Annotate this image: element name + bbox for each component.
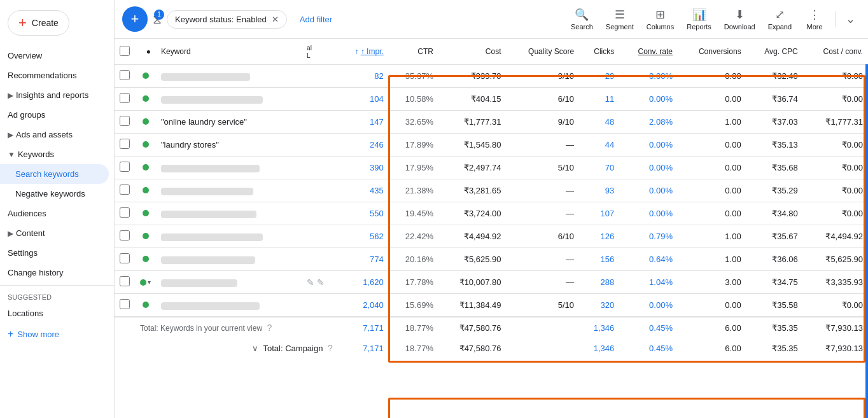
sidebar-item-audiences[interactable]: Audiences [0,204,109,223]
row-checkbox[interactable] [120,276,130,286]
row-clicks: 93 [579,179,619,202]
help-icon[interactable]: ? [328,343,333,353]
sidebar-item-locations[interactable]: Locations [0,303,109,323]
header-quality-score[interactable]: Quality Score [506,39,579,65]
sidebar-item-content[interactable]: ▶ Content [0,223,109,243]
header-conv-rate[interactable]: Conv. rate [619,39,678,65]
columns-icon: ⊞ [655,8,665,22]
header-checkbox[interactable] [115,39,135,65]
add-filter-button[interactable]: Add filter [292,11,340,28]
dropdown-icon[interactable]: ▾ [148,279,151,286]
close-icon[interactable]: ✕ [272,15,279,24]
row-checkbox[interactable] [120,253,130,263]
row-checkbox[interactable] [120,230,130,240]
header-cost-conv[interactable]: Cost / conv. [803,39,868,65]
row-conversions: 1.00 [678,111,746,134]
sidebar-item-adgroups[interactable]: Ad groups [0,105,109,125]
row-checkbox-cell[interactable] [115,88,135,111]
download-action[interactable]: ⬇ Download [719,5,760,33]
plus-icon: + [8,328,13,340]
header-status: ● [135,39,156,65]
redacted-keyword [161,96,263,104]
sidebar-item-recommendations[interactable]: Recommendations [0,66,109,85]
row-checkbox-cell[interactable] [115,271,135,294]
sidebar-item-overview[interactable]: Overview [0,46,109,66]
row-checkbox-cell[interactable] [115,134,135,157]
row-conv-rate: 0.00% [619,88,678,111]
edit-icon[interactable]: ✎ [307,277,314,288]
row-cost-conv: ₹0.00 [803,157,868,179]
total-clicks: 1,346 [579,317,619,338]
create-button[interactable]: + Create [8,10,69,36]
row-conversions: 0.00 [678,88,746,111]
columns-action[interactable]: ⊞ Columns [641,5,679,33]
highlight-footer [388,398,865,418]
search-action[interactable]: 🔍 Search [566,5,598,33]
reports-action[interactable]: 📊 Reports [682,5,717,33]
sidebar-item-keywords[interactable]: ▼ Keywords [0,144,109,164]
row-clicks: 126 [579,225,619,248]
row-cost: ₹10,007.80 [438,271,507,294]
row-cost-conv: ₹3,335.93 [803,271,868,294]
show-more-button[interactable]: + Show more [0,323,114,345]
row-checkbox[interactable] [120,70,130,80]
header-conversions[interactable]: Conversions [678,39,746,65]
sidebar-item-ads[interactable]: ▶ Ads and assets [0,125,109,144]
sidebar-item-search-keywords[interactable]: Search keywords [0,164,109,184]
sidebar-item-label: Change history [8,268,101,277]
row-cost-conv: ₹5,625.90 [803,248,868,271]
sidebar-item-insights[interactable]: ▶ Insights and reports [0,85,109,105]
row-keyword-cell [156,271,302,294]
row-quality-score: 6/10 [506,225,579,248]
header-ctr[interactable]: CTR [389,39,438,65]
help-icon[interactable]: ? [267,323,272,333]
toolbar-right: 🔍 Search ☰ Segment ⊞ Columns 📊 Reports ⬇… [566,5,860,33]
segment-action[interactable]: ☰ Segment [601,5,639,33]
row-conversions: 0.00 [678,157,746,179]
row-checkbox[interactable] [120,162,130,172]
keywords-table: ● Keyword alL ↑ ↑ Impr. CTR Cost Quality… [115,39,868,358]
collapse-button[interactable]: ⌄ [841,10,860,29]
more-icon: ⋮ [809,8,820,22]
row-checkbox-cell[interactable] [115,111,135,134]
select-all-checkbox[interactable] [120,46,130,56]
row-checkbox-cell[interactable] [115,202,135,225]
filter-icon-wrap: ⧖ 1 [153,12,162,27]
row-checkbox-cell[interactable] [115,294,135,317]
fab-add-button[interactable]: + [122,6,148,32]
row-conversions: 0.00 [678,294,746,317]
campaign-quality [506,338,579,358]
more-action[interactable]: ⋮ More [799,5,830,33]
header-avg-cpc[interactable]: Avg. CPC [746,39,803,65]
expand-action[interactable]: ⤢ Expand [763,5,797,33]
edit-url-icon[interactable]: ✎ [317,277,325,288]
row-checkbox[interactable] [120,207,130,218]
row-checkbox-cell[interactable] [115,225,135,248]
row-checkbox-cell[interactable] [115,65,135,88]
row-conv-rate: 0.79% [619,225,678,248]
header-impressions[interactable]: ↑ ↑ Impr. [338,39,389,65]
row-checkbox[interactable] [120,116,130,126]
row-impressions: 82 [338,65,389,88]
row-quality-score: — [506,179,579,202]
filter-button[interactable]: Keyword status: Enabled ✕ [167,10,287,29]
total-impressions: 7,171 [338,317,389,338]
row-checkbox[interactable] [120,139,130,149]
table-row: 77420.16%₹5,625.90—1560.64%1.00₹36.06₹5,… [115,248,868,271]
row-avg-cpc: ₹35.67 [746,225,803,248]
sidebar-item-change-history[interactable]: Change history [0,263,109,282]
row-checkbox-cell[interactable] [115,157,135,179]
row-impressions: 435 [338,179,389,202]
row-checkbox-cell[interactable] [115,248,135,271]
sidebar-item-settings[interactable]: Settings [0,243,109,263]
row-conversions: 0.00 [678,134,746,157]
header-keyword: Keyword [156,39,302,65]
row-checkbox[interactable] [120,299,130,309]
header-clicks[interactable]: Clicks [579,39,619,65]
row-checkbox[interactable] [120,185,130,195]
header-cost[interactable]: Cost [438,39,507,65]
row-checkbox-cell[interactable] [115,179,135,202]
row-checkbox[interactable] [120,93,130,103]
sidebar-item-negative-keywords[interactable]: Negative keywords [0,184,109,204]
row-avg-cpc: ₹35.58 [746,294,803,317]
